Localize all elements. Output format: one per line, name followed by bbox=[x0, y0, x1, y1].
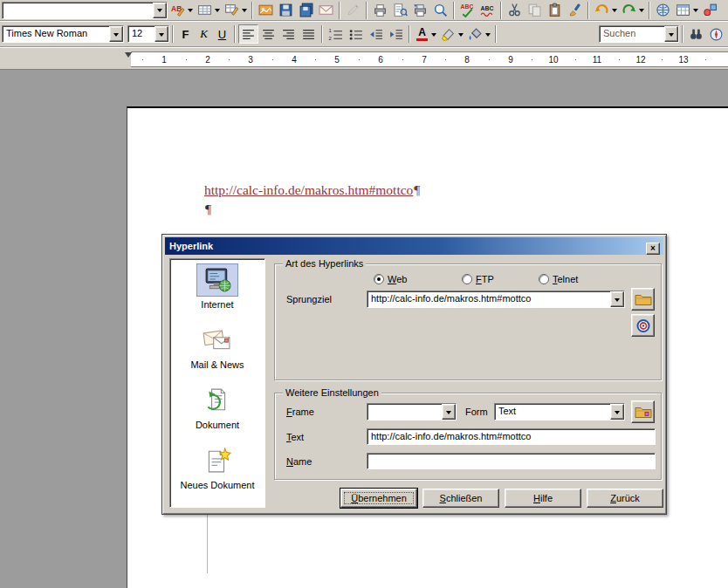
toolbar-separator bbox=[495, 25, 497, 43]
form-dropdown-button[interactable] bbox=[610, 404, 624, 420]
events-button[interactable] bbox=[631, 400, 655, 423]
url-combobox[interactable] bbox=[2, 2, 168, 19]
spellcheck-icon[interactable]: ABC bbox=[457, 1, 477, 20]
page-preview-icon[interactable] bbox=[390, 1, 410, 20]
ruler-number: 10 bbox=[548, 55, 558, 65]
navigator-icon[interactable] bbox=[706, 24, 726, 44]
gallery-icon[interactable] bbox=[256, 1, 276, 20]
print-icon[interactable] bbox=[370, 1, 390, 20]
category-label: Internet bbox=[201, 299, 233, 310]
find-and-replace-icon[interactable] bbox=[686, 24, 706, 44]
align-center-icon[interactable] bbox=[258, 24, 278, 44]
ruler-number: 9 bbox=[508, 55, 513, 65]
send-email-icon[interactable] bbox=[316, 1, 336, 20]
italic-button[interactable]: K bbox=[195, 25, 213, 44]
frame-dropdown-button[interactable] bbox=[442, 404, 456, 420]
category-neues-dokument[interactable]: Neues Dokument bbox=[170, 444, 264, 502]
radio-web-label[interactable]: Web bbox=[388, 274, 407, 284]
target-in-document-button[interactable] bbox=[631, 314, 655, 337]
toolbar-separator bbox=[321, 25, 323, 43]
cut-icon[interactable] bbox=[505, 1, 525, 20]
radio-telnet-label[interactable]: Telnet bbox=[553, 274, 578, 284]
highlighting-dropdown[interactable] bbox=[456, 24, 465, 44]
pilcrow-mark: ¶ bbox=[205, 202, 211, 217]
target-value[interactable]: http://calc-info.de/makros.htm#mottco bbox=[367, 291, 610, 307]
close-button[interactable]: Schließen bbox=[422, 489, 499, 508]
font-name-combobox[interactable]: Times New Roman bbox=[2, 25, 124, 43]
form-value[interactable]: Text bbox=[495, 404, 610, 420]
redo-dropdown[interactable] bbox=[636, 1, 646, 20]
frame-value[interactable] bbox=[367, 404, 442, 420]
format-paintbrush-icon[interactable] bbox=[565, 1, 585, 20]
auto-spellcheck-icon[interactable]: ABC bbox=[477, 1, 498, 20]
font-size-dropdown-button[interactable] bbox=[155, 26, 168, 42]
radio-ftp[interactable] bbox=[462, 274, 472, 284]
decrease-indent-icon[interactable] bbox=[366, 24, 386, 44]
save-all-icon[interactable] bbox=[296, 1, 316, 20]
radio-web[interactable] bbox=[374, 274, 384, 284]
bullet-list-icon[interactable] bbox=[346, 24, 366, 44]
justify-icon[interactable] bbox=[299, 24, 319, 44]
url-value[interactable] bbox=[3, 3, 153, 18]
text-field[interactable]: http://calc-info.de/makros.htm#mottco bbox=[367, 428, 656, 445]
background-color-dropdown[interactable] bbox=[483, 24, 492, 44]
text-label: Text bbox=[286, 432, 304, 442]
indent-marker-icon[interactable] bbox=[125, 52, 132, 61]
chevron-down-icon bbox=[615, 411, 620, 417]
name-label: Name bbox=[286, 456, 312, 467]
insert-table-dropdown[interactable] bbox=[212, 1, 222, 20]
quick-search-combobox[interactable]: Suchen bbox=[599, 25, 679, 43]
frame-combobox[interactable] bbox=[367, 403, 457, 420]
quick-search-value[interactable]: Suchen bbox=[600, 26, 664, 42]
apply-button[interactable]: Übernehmen bbox=[340, 489, 417, 508]
help-button[interactable]: Hilfe bbox=[505, 489, 581, 508]
toolbar-separator bbox=[172, 25, 174, 43]
category-dokument[interactable]: Dokument bbox=[170, 384, 264, 441]
underline-button[interactable]: U bbox=[213, 25, 231, 44]
increase-indent-icon[interactable] bbox=[386, 24, 406, 44]
format-toolbar: Times New Roman 12 F K U 12 A Suchen bbox=[0, 21, 728, 47]
form-combobox[interactable]: Text bbox=[494, 403, 625, 420]
font-size-value[interactable]: 12 bbox=[128, 26, 155, 42]
target-dropdown-button[interactable] bbox=[610, 291, 624, 307]
paste-icon[interactable] bbox=[545, 1, 565, 20]
show-draw-functions-icon[interactable] bbox=[700, 1, 720, 20]
font-name-value[interactable]: Times New Roman bbox=[3, 26, 109, 42]
insert-table-grid-dropdown[interactable] bbox=[690, 1, 700, 20]
hyperlink-text[interactable]: http://calc-info.de/makros.htm#mottco bbox=[204, 182, 413, 197]
back-button[interactable]: Zurück bbox=[587, 489, 663, 508]
font-size-combobox[interactable]: 12 bbox=[127, 25, 169, 43]
autotext-dropdown[interactable] bbox=[185, 1, 195, 20]
save-icon[interactable] bbox=[276, 1, 296, 20]
writer-application-window: AB ABC ABC bbox=[0, 0, 728, 588]
dialog-titlebar[interactable]: Hyperlink × bbox=[165, 237, 663, 255]
autoformat-dropdown[interactable] bbox=[239, 1, 249, 20]
close-icon[interactable]: × bbox=[646, 243, 660, 255]
quick-search-dropdown-button[interactable] bbox=[664, 26, 678, 42]
copy-icon[interactable] bbox=[525, 1, 545, 20]
hyperlink-globe-icon[interactable] bbox=[653, 1, 673, 20]
horizontal-ruler[interactable]: 1 2 3 4 5 6 7 8 9 10 11 12 13 bbox=[0, 47, 728, 70]
align-left-icon[interactable] bbox=[238, 24, 258, 44]
edit-file-icon[interactable] bbox=[343, 1, 363, 20]
print-file-direct-icon[interactable] bbox=[410, 1, 430, 20]
target-combobox[interactable]: http://calc-info.de/makros.htm#mottco bbox=[367, 291, 625, 308]
radio-ftp-label[interactable]: FTP bbox=[476, 274, 494, 284]
font-name-dropdown-button[interactable] bbox=[109, 26, 123, 42]
ruler-number: 4 bbox=[292, 55, 297, 65]
align-right-icon[interactable] bbox=[278, 24, 299, 44]
radio-telnet[interactable] bbox=[539, 274, 549, 284]
pilcrow-mark: ¶ bbox=[414, 182, 420, 197]
undo-dropdown[interactable] bbox=[609, 1, 619, 20]
ruler-number: 7 bbox=[422, 55, 427, 65]
bold-button[interactable]: F bbox=[176, 25, 195, 44]
category-internet[interactable]: Internet bbox=[170, 263, 264, 321]
search-icon[interactable] bbox=[430, 1, 450, 20]
browse-web-button[interactable] bbox=[631, 288, 655, 311]
name-field[interactable] bbox=[367, 453, 656, 469]
dialog-title: Hyperlink bbox=[169, 241, 213, 251]
font-color-dropdown[interactable] bbox=[429, 24, 438, 44]
numbered-list-icon[interactable]: 12 bbox=[326, 24, 346, 44]
url-dropdown-button[interactable] bbox=[153, 3, 167, 18]
category-mail-news[interactable]: Mail & News bbox=[170, 324, 264, 381]
